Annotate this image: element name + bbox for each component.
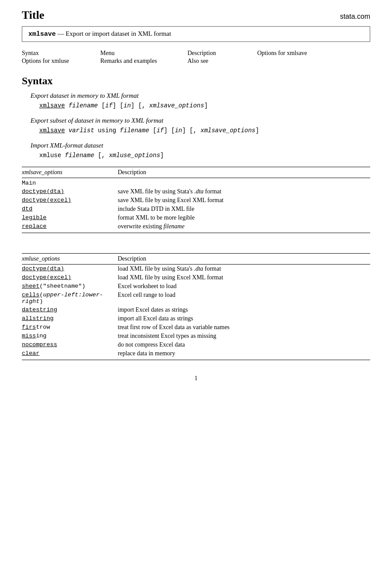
opt-legible: legible <box>22 214 47 221</box>
table-row: sheet("sheetname") Excel worksheet to lo… <box>22 282 370 291</box>
syntax-label-1: Export dataset in memory to XML format <box>31 92 370 100</box>
desc-legible: format XML to be more legible <box>118 213 370 222</box>
stata-com-label: stata.com <box>340 13 370 21</box>
desc-xu-firstrow: treat first row of Excel data as variabl… <box>118 323 370 332</box>
syntax-line-3: xmluse filename [, xmluse_options] <box>39 152 370 159</box>
page-header: Title stata.com <box>22 9 370 22</box>
table-row: cells(upper-left:lower-right) Excel cell… <box>22 291 370 306</box>
opt-xu-doctype-excel: doctype(excel) <box>22 274 71 281</box>
xmluse-cmd: xmluse <box>39 152 61 159</box>
desc-xu-doctype-excel: load XML file by using Excel XML format <box>118 273 370 282</box>
xmlsave-col1-header: xmlsave_options <box>22 167 118 178</box>
table-row: legible format XML to be more legible <box>22 213 370 222</box>
xmlsave-col2-header: Description <box>118 167 370 178</box>
opt-xu-cells: cells <box>22 292 40 298</box>
desc-xu-clear: replace data in memory <box>118 349 370 360</box>
table-row: allstring import all Excel data as strin… <box>22 314 370 323</box>
page-footer: 1 <box>22 375 370 382</box>
nav-also-see[interactable]: Also see <box>187 58 257 65</box>
title-command: xmlsave <box>28 31 56 38</box>
desc-dtd: include Stata DTD in XML file <box>118 205 370 213</box>
filename-1: filename <box>68 102 98 109</box>
nav-links: Syntax Menu Description Options for xmls… <box>22 50 370 65</box>
nav-description[interactable]: Description <box>187 50 257 57</box>
opt-dtd: dtd <box>22 206 32 212</box>
nav-syntax[interactable]: Syntax <box>22 50 100 57</box>
table-row: doctype(dta) save XML file by using Stat… <box>22 187 370 196</box>
table-row: clear replace data in memory <box>22 349 370 360</box>
page-number: 1 <box>194 375 198 382</box>
syntax-block-import: Import XML-format dataset xmluse filenam… <box>31 142 370 159</box>
opt-xu-clear: clear <box>22 350 40 357</box>
syntax-brackets-1: [if] [in] [, xmlsave_options] <box>102 102 208 109</box>
syntax-line-1: xmlsave filename [if] [in] [, xmlsave_op… <box>39 102 370 109</box>
title-box-text: xmlsave — Export or import dataset in XM… <box>28 30 171 37</box>
desc-xu-sheet: Excel worksheet to load <box>118 282 370 291</box>
xmlsave-cmd-1: xmlsave <box>39 102 65 109</box>
opt-xu-firstrow: firs <box>22 324 36 330</box>
page-title: Title <box>22 9 44 22</box>
xmlsave-cmd-2: xmlsave <box>39 127 65 134</box>
table-row: doctype(excel) save XML file by using Ex… <box>22 196 370 205</box>
opt-xu-sheet: sheet <box>22 283 40 289</box>
desc-xu-cells: Excel cell range to load <box>118 291 370 306</box>
syntax-section: Syntax Export dataset in memory to XML f… <box>22 75 370 159</box>
syntax-heading: Syntax <box>22 75 370 87</box>
table-row: replace overwrite existing filename <box>22 222 370 233</box>
using: using <box>98 127 119 134</box>
table-row: doctype(dta) load XML file by using Stat… <box>22 265 370 274</box>
nav-options-xmlsave[interactable]: Options for xmlsave <box>257 50 336 57</box>
xmluse-col2-header: Description <box>118 254 370 265</box>
title-description: — Export or import dataset in XML format <box>58 30 171 37</box>
syntax-block-export-subset: Export subset of dataset in memory to XM… <box>31 117 370 134</box>
table-row: nocompress do not compress Excel data <box>22 340 370 349</box>
syntax-block-export: Export dataset in memory to XML format x… <box>31 92 370 109</box>
syntax-brackets-3: [, xmluse_options] <box>98 152 164 159</box>
table-row: datestring import Excel dates as strings <box>22 306 370 314</box>
title-box: xmlsave — Export or import dataset in XM… <box>22 26 370 42</box>
opt-doctype-dta: doctype(dta) <box>22 188 64 195</box>
opt-xu-nocompress: nocompress <box>22 341 57 348</box>
opt-xu-doctype-dta: doctype(dta) <box>22 265 64 272</box>
xmluse-options-table: xmluse_options Description doctype(dta) … <box>22 253 370 362</box>
nav-remarks[interactable]: Remarks and examples <box>100 58 187 65</box>
spacer <box>22 247 370 253</box>
filename-3: filename <box>65 152 94 159</box>
syntax-label-2: Export subset of dataset in memory to XM… <box>31 117 370 124</box>
opt-doctype-excel: doctype(excel) <box>22 197 71 203</box>
opt-xu-datestring: datestring <box>22 306 57 313</box>
desc-xu-nocompress: do not compress Excel data <box>118 340 370 349</box>
desc-doctype-dta: save XML file by using Stata's .dta form… <box>118 187 370 196</box>
xmluse-col1-header: xmluse_options <box>22 254 118 265</box>
table-row: firstrow treat first row of Excel data a… <box>22 323 370 332</box>
nav-menu[interactable]: Menu <box>100 50 187 57</box>
table-row: doctype(excel) load XML file by using Ex… <box>22 273 370 282</box>
xmlsave-options-table: xmlsave_options Description Main doctype… <box>22 167 370 235</box>
desc-xu-missing: treat inconsistent Excel types as missin… <box>118 332 370 340</box>
syntax-line-2: xmlsave varlist using filename [if] [in]… <box>39 127 370 134</box>
table-row: missing treat inconsistent Excel types a… <box>22 332 370 340</box>
syntax-label-3: Import XML-format dataset <box>31 142 370 149</box>
varlist: varlist <box>68 127 94 134</box>
opt-replace: replace <box>22 223 47 230</box>
desc-xu-doctype-dta: load XML file by using Stata's .dta form… <box>118 265 370 274</box>
nav-options-xmluse[interactable]: Options for xmluse <box>22 58 100 65</box>
desc-xu-allstring: import all Excel data as strings <box>118 314 370 323</box>
desc-xu-datestring: import Excel dates as strings <box>118 306 370 314</box>
table-row: dtd include Stata DTD in XML file <box>22 205 370 213</box>
opt-xu-missing: miss <box>22 333 36 339</box>
desc-doctype-excel: save XML file by using Excel XML format <box>118 196 370 205</box>
filename-2: filename <box>120 127 149 134</box>
desc-replace: overwrite existing filename <box>118 222 370 233</box>
opt-xu-allstring: allstring <box>22 315 54 322</box>
xmlsave-section-main: Main <box>22 178 118 188</box>
syntax-brackets-2: [if] [in] [, xmlsave_options] <box>153 127 259 134</box>
